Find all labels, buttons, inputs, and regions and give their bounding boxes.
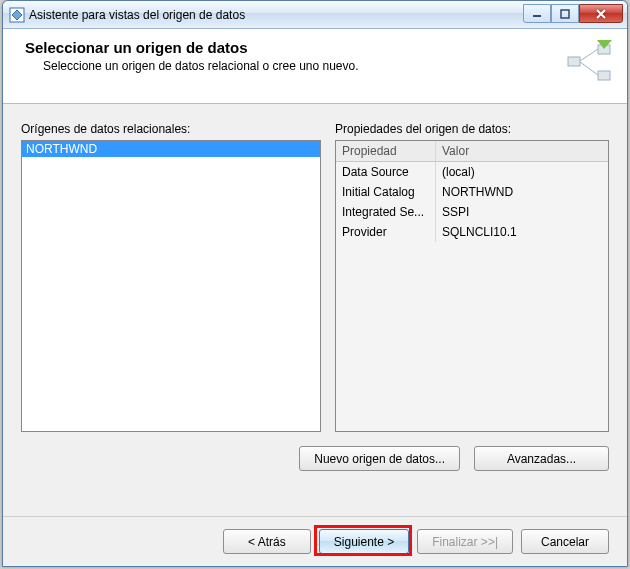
property-row[interactable]: Initial CatalogNORTHWND xyxy=(336,182,608,202)
property-grid-header: PropiedadValor xyxy=(336,141,608,162)
property-name: Integrated Se... xyxy=(336,202,436,222)
svg-rect-5 xyxy=(598,71,610,80)
property-row[interactable]: Integrated Se...SSPI xyxy=(336,202,608,222)
wizard-header: Seleccionar un origen de datos Seleccion… xyxy=(3,29,627,104)
wizard-content: Orígenes de datos relacionales: NORTHWND… xyxy=(3,104,627,516)
sources-list-label: Orígenes de datos relacionales: xyxy=(21,122,321,136)
properties-label: Propiedades del origen de datos: xyxy=(335,122,609,136)
property-name: Provider xyxy=(336,222,436,242)
svg-line-6 xyxy=(580,49,598,61)
minimize-button[interactable] xyxy=(523,4,551,23)
sources-listbox[interactable]: NORTHWND xyxy=(21,140,321,432)
wizard-window: Asistente para vistas del origen de dato… xyxy=(2,0,628,567)
wizard-graphic-icon xyxy=(562,37,617,92)
property-value: SSPI xyxy=(436,202,608,222)
property-grid[interactable]: PropiedadValorData Source(local)Initial … xyxy=(335,140,609,432)
next-button[interactable]: Siguiente > xyxy=(319,529,409,554)
maximize-button[interactable] xyxy=(551,4,579,23)
advanced-button[interactable]: Avanzadas... xyxy=(474,446,609,471)
property-name: Initial Catalog xyxy=(336,182,436,202)
property-row[interactable]: ProviderSQLNCLI10.1 xyxy=(336,222,608,242)
property-name: Data Source xyxy=(336,162,436,182)
svg-rect-2 xyxy=(561,10,569,18)
page-title: Seleccionar un origen de datos xyxy=(25,39,611,56)
page-subtitle: Seleccione un origen de datos relacional… xyxy=(43,59,611,73)
finish-button: Finalizar >>| xyxy=(417,529,513,554)
property-row[interactable]: Data Source(local) xyxy=(336,162,608,182)
close-button[interactable] xyxy=(579,4,623,23)
property-value: NORTHWND xyxy=(436,182,608,202)
property-value: SQLNCLI10.1 xyxy=(436,222,608,242)
new-datasource-button[interactable]: Nuevo origen de datos... xyxy=(299,446,460,471)
property-value: (local) xyxy=(436,162,608,182)
back-button[interactable]: < Atrás xyxy=(223,529,311,554)
list-item[interactable]: NORTHWND xyxy=(22,141,320,157)
window-title: Asistente para vistas del origen de dato… xyxy=(29,8,523,22)
titlebar[interactable]: Asistente para vistas del origen de dato… xyxy=(3,1,627,29)
app-icon xyxy=(9,7,25,23)
svg-line-7 xyxy=(580,62,598,75)
propheader-name: Propiedad xyxy=(336,141,436,161)
svg-rect-1 xyxy=(533,15,541,17)
wizard-footer: < Atrás Siguiente > Finalizar >>| Cancel… xyxy=(3,516,627,566)
svg-rect-3 xyxy=(568,57,580,66)
propheader-value: Valor xyxy=(436,141,608,161)
window-controls xyxy=(523,4,623,24)
cancel-button[interactable]: Cancelar xyxy=(521,529,609,554)
